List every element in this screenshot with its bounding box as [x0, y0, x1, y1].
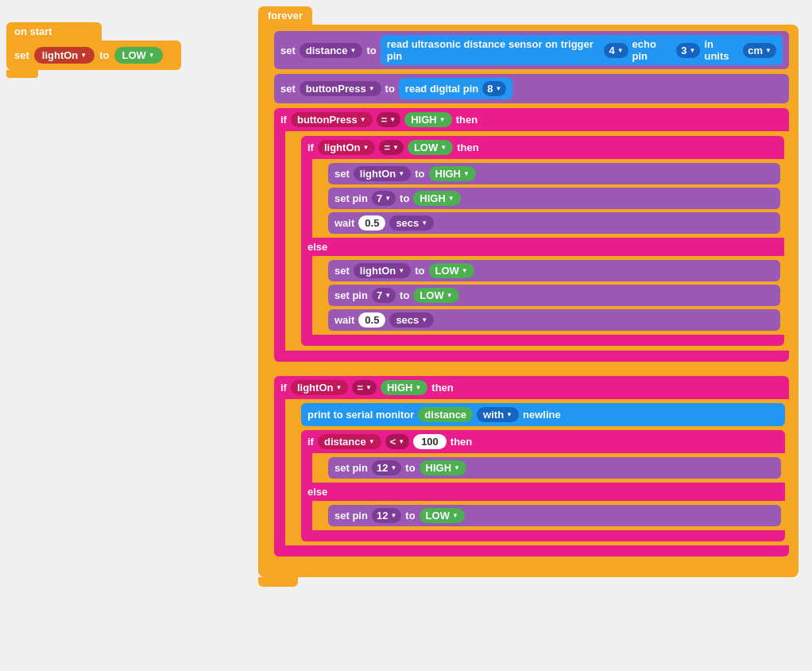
wait-val1[interactable]: 0.5 — [358, 215, 385, 231]
buttonpress-dropdown[interactable]: buttonPress — [300, 81, 381, 96]
if-lighton-high-block: if lightOn = HIGH then pr — [274, 376, 789, 557]
low-val[interactable]: LOW — [408, 140, 453, 155]
lighton-dropdown[interactable]: lightOn — [34, 47, 95, 64]
high-val2[interactable]: HIGH — [381, 380, 427, 395]
wait1-block: wait 0.5 secs — [328, 212, 780, 234]
else-label2: else — [307, 486, 327, 498]
pin12-dropdown[interactable]: 12 — [372, 460, 401, 475]
eq-op2[interactable]: = — [379, 140, 404, 155]
lighton-var[interactable]: lightOn — [318, 140, 375, 155]
set-label-r1: set — [280, 45, 296, 56]
wait-val2[interactable]: 0.5 — [358, 312, 385, 328]
if-buttonpress-block: if buttonPress = HIGH then — [274, 108, 789, 362]
eq-op[interactable]: = — [377, 112, 401, 127]
buttonpress-var[interactable]: buttonPress — [291, 112, 373, 127]
read-digital-block: read digital pin 8 — [399, 78, 513, 99]
row-set-buttonpress: set buttonPress to read digital pin 8 — [274, 74, 789, 103]
low-dropdown4[interactable]: LOW — [420, 508, 465, 523]
echo-pin-dropdown[interactable]: 3 — [676, 43, 700, 58]
lighton-dropdown2[interactable]: lightOn — [354, 166, 411, 181]
lighton-dropdown3[interactable]: lightOn — [354, 263, 411, 278]
then-label2: then — [457, 142, 478, 153]
if-lighton-block: if lightOn = LOW then — [301, 136, 784, 346]
set-pin7-high: set pin 7 to HIGH — [328, 188, 780, 209]
high-val[interactable]: HIGH — [404, 112, 451, 127]
then-label3: then — [431, 382, 453, 394]
low-dropdown[interactable]: LOW — [114, 47, 163, 64]
secs-dropdown2[interactable]: secs — [389, 312, 434, 328]
set-lighton-low: set lightOn to LOW — [328, 260, 780, 281]
low-dropdown3[interactable]: LOW — [413, 288, 458, 303]
digital-pin-dropdown[interactable]: 8 — [482, 81, 506, 96]
else-label1: else — [307, 241, 327, 253]
print-serial-block: print to serial monitor distance with ne… — [301, 403, 785, 426]
print-label: print to serial monitor — [307, 409, 414, 421]
with-dropdown[interactable]: with — [477, 407, 519, 422]
distance-dropdown[interactable]: distance — [300, 43, 363, 58]
distance-var3[interactable]: distance — [318, 434, 381, 449]
pin7-dropdown2[interactable]: 7 — [372, 288, 396, 303]
set-pin7-low: set pin 7 to LOW — [328, 285, 780, 306]
wait2-block: wait 0.5 secs — [328, 309, 780, 331]
units-dropdown[interactable]: cm — [743, 43, 776, 58]
low-dropdown2[interactable]: LOW — [429, 263, 474, 278]
set-lighton-high: set lightOn to HIGH — [328, 163, 780, 184]
distance-var2[interactable]: distance — [418, 407, 473, 422]
high-dropdown3[interactable]: HIGH — [420, 460, 466, 475]
on-start-block: on start set lightOn to LOW — [6, 22, 181, 78]
eq-op3[interactable]: = — [352, 380, 377, 395]
read-ultrasonic-block: read ultrasonic distance sensor on trigg… — [381, 35, 783, 65]
set-pin12-high: set pin 12 to HIGH — [328, 457, 781, 479]
lt-op[interactable]: < — [385, 434, 410, 449]
set-label: set — [14, 49, 29, 61]
pin12-dropdown2[interactable]: 12 — [372, 508, 401, 523]
read-ultrasonic-label: read ultrasonic distance sensor on trigg… — [387, 38, 601, 62]
trigger-pin-dropdown[interactable]: 4 — [604, 43, 628, 58]
then-label4: then — [450, 436, 472, 448]
forever-block: forever set distance to read ultrasonic … — [258, 6, 798, 587]
forever-label: forever — [268, 10, 303, 21]
if-distance-block: if distance < 100 then — [301, 430, 785, 541]
hundred-val[interactable]: 100 — [413, 434, 447, 449]
to-label: to — [99, 49, 109, 61]
lighton-var2[interactable]: lightOn — [291, 380, 348, 395]
on-start-label: on start — [14, 25, 52, 37]
pin7-dropdown[interactable]: 7 — [372, 191, 396, 206]
set-pin12-low: set pin 12 to LOW — [328, 505, 781, 526]
high-dropdown[interactable]: HIGH — [429, 166, 476, 181]
read-digital-label: read digital pin — [405, 83, 478, 95]
then-label: then — [456, 114, 478, 126]
high-dropdown2[interactable]: HIGH — [413, 191, 460, 206]
newline-label: newline — [523, 409, 561, 421]
row-set-distance: set distance to read ultrasonic distance… — [274, 31, 789, 69]
secs-dropdown1[interactable]: secs — [389, 215, 434, 231]
